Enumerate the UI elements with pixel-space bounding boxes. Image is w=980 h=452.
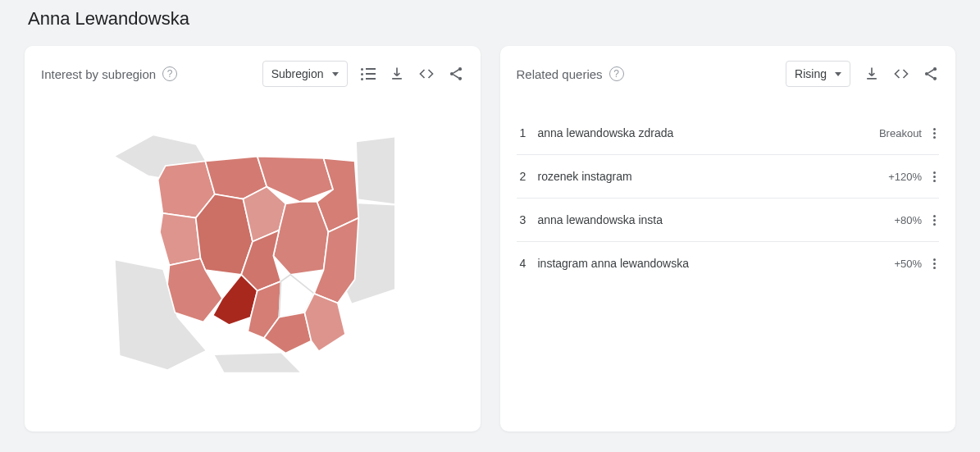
- query-list: 1 anna lewandowska zdrada Breakout 2 roz…: [517, 112, 940, 285]
- query-rank: 2: [520, 170, 538, 183]
- query-rank: 3: [520, 213, 538, 226]
- left-card-title: Interest by subregion: [41, 67, 156, 81]
- query-text: anna lewandowska insta: [538, 213, 895, 226]
- interest-by-subregion-card: Interest by subregion ? Subregion: [25, 46, 481, 431]
- poland-map[interactable]: [41, 103, 464, 399]
- embed-icon[interactable]: [893, 66, 909, 82]
- list-view-icon[interactable]: [361, 68, 376, 80]
- query-text: anna lewandowska zdrada: [538, 126, 879, 139]
- more-icon[interactable]: [933, 215, 936, 226]
- query-text: instagram anna lewandowska: [538, 257, 895, 270]
- query-rank: 1: [520, 126, 538, 139]
- more-icon[interactable]: [933, 128, 936, 139]
- more-icon[interactable]: [933, 258, 936, 269]
- help-icon[interactable]: ?: [162, 66, 177, 81]
- share-icon[interactable]: [448, 66, 464, 82]
- query-value: +50%: [894, 258, 922, 270]
- help-icon[interactable]: ?: [609, 66, 624, 81]
- page-title: Anna Lewandowska: [28, 8, 955, 30]
- chevron-down-icon: [332, 72, 339, 76]
- subregion-dropdown-label: Subregion: [271, 67, 324, 80]
- rising-dropdown[interactable]: Rising: [786, 61, 850, 87]
- query-value: +120%: [888, 171, 922, 183]
- chevron-down-icon: [835, 72, 841, 76]
- embed-icon[interactable]: [418, 66, 435, 82]
- query-text: rozenek instagram: [538, 170, 889, 183]
- query-value: +80%: [894, 214, 922, 226]
- share-icon[interactable]: [923, 66, 939, 82]
- query-rank: 4: [520, 257, 538, 270]
- query-row[interactable]: 2 rozenek instagram +120%: [517, 155, 940, 199]
- right-card-title: Related queries: [517, 67, 603, 81]
- query-row[interactable]: 1 anna lewandowska zdrada Breakout: [517, 112, 940, 155]
- download-icon[interactable]: [389, 66, 405, 82]
- rising-dropdown-label: Rising: [795, 67, 827, 80]
- more-icon[interactable]: [933, 171, 936, 182]
- related-queries-card: Related queries ? Rising: [500, 46, 956, 431]
- query-value: Breakout: [879, 127, 922, 139]
- download-icon[interactable]: [864, 66, 880, 82]
- query-row[interactable]: 3 anna lewandowska insta +80%: [517, 199, 940, 242]
- subregion-dropdown[interactable]: Subregion: [262, 61, 348, 87]
- query-row[interactable]: 4 instagram anna lewandowska +50%: [517, 242, 940, 285]
